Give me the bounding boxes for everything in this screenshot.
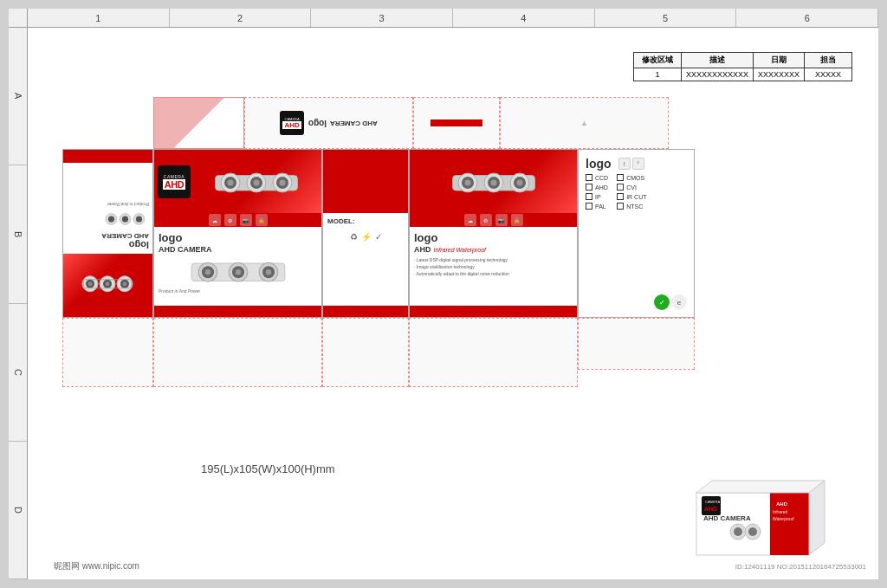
watermark-right-text: ID:12401119 NO:20151120164725533001 (735, 563, 866, 571)
bot-right-flap (578, 318, 695, 370)
top-front-flap: CAMERA AHD logo AHD CAMERA (244, 97, 413, 149)
pal-checkbox (586, 203, 592, 210)
top-back-flap: ▲ (500, 97, 669, 149)
back-feature-2: · Image stabilization technology (414, 263, 573, 270)
col-3: 3 (311, 9, 453, 27)
spec-cvi: CVI (617, 184, 646, 191)
spec-ccd: CCD (586, 174, 608, 181)
svg-point-42 (490, 179, 496, 185)
back-red-bottom (410, 306, 577, 318)
panel-front: CAMERA AHD (153, 149, 322, 318)
top-flap-logo: logo (308, 119, 327, 128)
svg-point-32 (235, 269, 240, 275)
ircut-checkbox (617, 193, 624, 200)
back-camera-image (413, 164, 573, 200)
watermark-left-text: 昵图网 www.nipic.com (54, 561, 139, 571)
front-logo-label: logo (159, 231, 317, 244)
pal-label: PAL (595, 204, 606, 210)
box-preview: AHD CAMERA AHD Infrared Waterproof CAMER… (679, 475, 852, 562)
bot-left-flap (62, 318, 153, 387)
svg-point-5 (106, 282, 110, 287)
panel-left: logo AHD CAMERA (62, 149, 153, 318)
front-white-section: logo AHD CAMERA (154, 227, 321, 298)
row-c: C (9, 304, 27, 442)
cmos-label: CMOS (626, 175, 644, 181)
ccd-label: CCD (595, 175, 608, 181)
info-col-4: 担当 (805, 53, 852, 68)
side-red-top (323, 150, 408, 213)
box-template: CAMERA AHD logo AHD CAMERA ▲ (62, 97, 738, 478)
ircut-label: IR CUT (626, 194, 646, 200)
info-col-2: 描述 (681, 53, 753, 68)
svg-text:Waterproof: Waterproof (773, 516, 794, 521)
watermark-right: ID:12401119 NO:20151120164725533001 (732, 561, 870, 572)
info-row1-col2: XXXXXXXXXXXX (681, 68, 753, 81)
ntsc-checkbox (617, 203, 624, 210)
svg-point-13 (122, 216, 128, 222)
col-4: 4 (453, 9, 595, 27)
panel-right: logo ! ° CCD AHD (578, 149, 695, 318)
ip-checkbox (586, 193, 592, 200)
left-small-camera-icon (101, 210, 149, 229)
ahd-label: AHD (163, 179, 185, 190)
eco-badge: ✓ e (654, 294, 687, 310)
preview-svg: AHD CAMERA AHD Infrared Waterproof CAMER… (679, 475, 852, 562)
back-logo-label: logo (414, 231, 573, 244)
svg-point-45 (516, 179, 522, 185)
info-col-1: 修改区域 (633, 53, 681, 68)
cvi-checkbox (617, 184, 624, 191)
front-icon-row: ☁ ⚙ 📷 🔒 (154, 213, 321, 226)
back-camera-svg (450, 164, 537, 200)
back-icon-row: ☁ ⚙ 📷 🔒 (410, 213, 577, 226)
top-flap-name: AHD CAMERA (330, 120, 378, 127)
col-6: 6 (736, 9, 878, 27)
front-camera-image (194, 164, 318, 200)
ip-label: IP (595, 194, 601, 200)
svg-point-29 (204, 269, 210, 275)
col-5: 5 (595, 9, 737, 27)
svg-marker-49 (809, 481, 825, 555)
svg-point-39 (464, 179, 470, 185)
ahd-logo: CAMERA AHD (158, 165, 191, 198)
content-area: 修改区域 描述 日期 担当 1 XXXXXXXXXXXX XXXXXXXX XX… (28, 28, 878, 579)
spec-ircut: IR CUT (617, 193, 646, 200)
bot-side-flap (322, 318, 409, 387)
front-bottom-cameras (191, 256, 286, 287)
side-red-bottom (323, 306, 408, 318)
side-white-area: MODEL: ♻ ⚡ ✓ (323, 213, 408, 246)
svg-point-22 (253, 179, 259, 185)
main-canvas: 1 2 3 4 5 6 A B C D 修改区域 描述 日期 担当 (9, 9, 878, 579)
spec-col-right: CMOS CVI IR CUT NTSC (617, 174, 646, 210)
svg-point-11 (136, 216, 142, 222)
info-row1-col1: 1 (633, 68, 681, 81)
svg-text:AHD: AHD (704, 506, 717, 512)
front-footer-text: Product in And Power (159, 288, 317, 294)
svg-text:Infrared: Infrared (773, 509, 787, 514)
ruler-top: 1 2 3 4 5 6 (9, 9, 878, 28)
spec-ahd: AHD (586, 184, 608, 191)
info-col-3: 日期 (753, 53, 804, 68)
panel-side: MODEL: ♻ ⚡ ✓ (322, 149, 409, 318)
svg-point-54 (748, 527, 757, 536)
back-feature-3: · Automatically adapt to the digital noi… (414, 270, 573, 277)
ccd-checkbox (586, 174, 592, 181)
cmos-checkbox (617, 174, 624, 181)
svg-point-52 (734, 527, 742, 536)
svg-point-19 (227, 179, 233, 185)
svg-point-8 (88, 282, 93, 287)
watermark-left: 昵图网 www.nipic.com (54, 560, 139, 572)
spec-cmos: CMOS (617, 174, 646, 181)
row-d: D (9, 442, 27, 579)
top-left-flap (153, 97, 244, 149)
dimensions-text: 195(L)x105(W)x100(H)mm (201, 462, 335, 475)
row-b: B (9, 165, 27, 303)
bot-back-flap (409, 318, 578, 387)
spec-ip: IP (586, 193, 608, 200)
front-product-label: AHD CAMERA (159, 245, 317, 254)
left-logo: logo (67, 240, 149, 250)
info-table: 修改区域 描述 日期 担当 1 XXXXXXXXXXXX XXXXXXXX XX… (633, 52, 852, 81)
right-logo-text: logo (586, 157, 612, 171)
left-camera-icon (82, 273, 134, 297)
cvi-label: CVI (626, 184, 637, 191)
ahd-label: AHD (595, 184, 608, 191)
